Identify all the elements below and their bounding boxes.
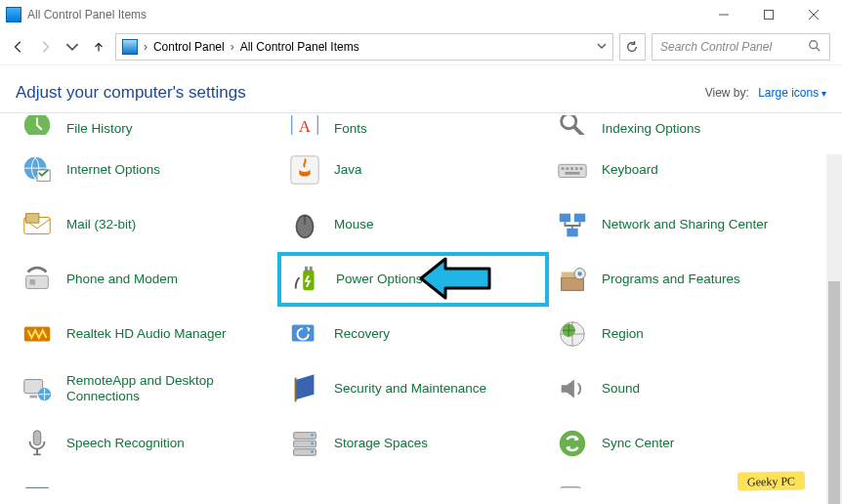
power-options-icon [287,260,326,299]
svg-rect-39 [295,378,297,402]
page-title: Adjust your computer's settings [16,83,246,103]
cp-item-internet-options[interactable]: Internet Options [14,148,277,191]
phone-modem-icon [18,260,57,299]
svg-rect-23 [26,275,49,288]
cp-item-keyboard[interactable]: Keyboard [549,148,813,191]
cp-item-indexing-options[interactable]: Indexing Options [549,113,813,137]
sound-icon [553,369,592,408]
svg-point-44 [311,434,314,437]
item-label: Realtek HD Audio Manager [66,326,227,342]
recovery-icon [285,315,324,354]
mouse-icon [285,205,324,244]
item-label: Programs and Features [602,272,740,287]
app-icon [6,7,21,22]
item-label: Sync Center [602,436,674,451]
window-controls [701,1,836,28]
svg-text:A: A [299,117,312,135]
item-label: Java [334,162,362,178]
cp-item-power-options[interactable]: Power Options [277,252,549,307]
item-label: File History [66,121,133,137]
cp-item-sound[interactable]: Sound [549,367,813,410]
item-label: Internet Options [66,162,160,178]
java-icon [285,150,324,189]
svg-rect-31 [578,272,582,275]
cp-item-programs-features[interactable]: Programs and Features [549,258,813,301]
sync-icon [553,424,592,463]
cp-item-phone-modem[interactable]: Phone and Modem [14,258,277,301]
cp-item-speech-recognition[interactable]: Speech Recognition [14,422,277,465]
cp-item-java[interactable]: Java [281,148,545,191]
back-button[interactable] [8,35,28,59]
indexing-icon [553,115,592,135]
scrollbar-thumb[interactable] [828,281,840,504]
svg-point-46 [311,450,314,453]
up-button[interactable] [88,35,108,59]
mail-icon [18,205,57,244]
svg-rect-13 [575,167,578,170]
item-label: Mouse [334,217,374,232]
item-label: Indexing Options [602,121,700,137]
cp-item-security-maintenance[interactable]: Security and Maintenance [281,367,545,410]
cp-item-taskbar-navigation[interactable]: Taskbar and Navigation [281,477,545,488]
maximize-button[interactable] [746,1,791,28]
cp-item-recovery[interactable]: Recovery [281,313,545,356]
close-button[interactable] [791,1,836,28]
minimize-button[interactable] [701,1,746,28]
item-label: Region [602,326,644,342]
chevron-right-icon: › [231,40,234,54]
storage-icon [285,424,324,463]
control-panel-icon [122,39,138,55]
svg-point-1 [810,40,818,48]
view-by-label: View by: [705,86,749,100]
region-icon [553,315,592,354]
cp-item-realtek-audio[interactable]: Realtek HD Audio Manager [14,313,277,356]
svg-rect-14 [580,167,583,170]
internet-options-icon [18,150,57,189]
breadcrumb-root[interactable]: Control Panel [153,40,225,54]
breadcrumb-current[interactable]: All Control Panel Items [240,40,359,54]
cp-item-region[interactable]: Region [549,313,813,356]
refresh-button[interactable] [619,33,646,61]
cp-item-file-history[interactable]: File History [14,113,277,137]
search-icon[interactable] [808,39,821,56]
cp-item-fonts[interactable]: A Fonts [281,113,545,137]
security-icon [285,369,324,408]
programs-icon [553,260,592,299]
svg-rect-11 [566,167,568,170]
cp-item-mail[interactable]: Mail (32-bit) [14,203,277,246]
recent-dropdown[interactable] [62,35,82,59]
remoteapp-icon [18,369,57,408]
cp-item-system[interactable]: System [14,477,277,488]
search-input[interactable] [660,40,808,54]
svg-rect-48 [25,487,50,488]
item-label: Fonts [334,121,367,137]
svg-rect-21 [574,214,585,223]
network-icon [553,205,592,244]
cp-item-sync-center[interactable]: Sync Center [549,422,813,465]
toolbar: › Control Panel › All Control Panel Item… [0,29,842,64]
cp-item-network-sharing[interactable]: Network and Sharing Center [549,203,813,246]
cp-item-remoteapp[interactable]: RemoteApp and Desktop Connections [14,367,277,410]
chevron-right-icon: › [144,40,147,54]
item-label: Network and Sharing Center [602,217,768,232]
window-title: All Control Panel Items [27,8,147,21]
title-bar: All Control Panel Items [0,0,842,29]
svg-rect-37 [29,396,37,399]
system-icon [18,479,57,488]
page-header: Adjust your computer's settings View by:… [0,65,842,112]
cp-item-storage-spaces[interactable]: Storage Spaces [281,422,545,465]
cp-item-mouse[interactable]: Mouse [281,203,545,246]
forward-button[interactable] [34,35,55,59]
svg-point-47 [560,431,585,456]
vertical-scrollbar[interactable] [826,154,842,504]
item-label: Phone and Modem [66,272,178,287]
view-by-value[interactable]: Large icons [758,86,826,100]
search-box[interactable] [652,33,830,61]
items-area: File History A Fonts Indexing Options In… [0,113,842,488]
address-bar[interactable]: › Control Panel › All Control Panel Item… [115,33,613,61]
address-dropdown-icon[interactable] [597,40,607,54]
svg-rect-55 [561,487,581,488]
svg-rect-9 [559,164,586,177]
item-label: Keyboard [602,162,658,178]
svg-point-45 [311,442,314,445]
